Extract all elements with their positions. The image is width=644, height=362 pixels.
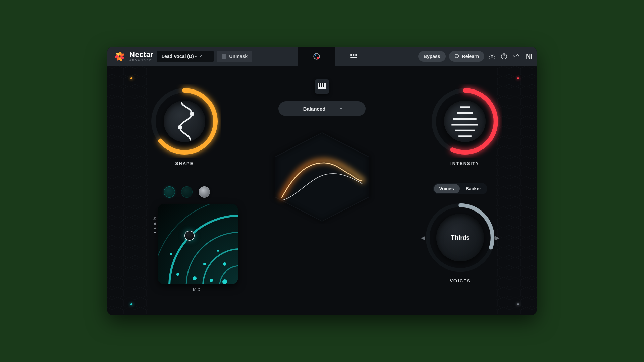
indicator-shape[interactable]: [129, 76, 134, 81]
voices-backer-toggle: Voices Backer: [433, 183, 488, 194]
preset-selector[interactable]: Lead Vocal (D) -: [157, 51, 214, 62]
indicator-voices[interactable]: [515, 302, 521, 307]
tab-modules[interactable]: [335, 47, 372, 66]
gear-icon: [488, 53, 496, 60]
svg-point-34: [176, 273, 179, 276]
voices-value: Thirds: [451, 234, 469, 241]
toggle-backer[interactable]: Backer: [460, 184, 487, 193]
pencil-icon: [199, 54, 203, 59]
logo-swirl-icon: [113, 50, 126, 63]
spectrum-hexagon[interactable]: [268, 130, 376, 224]
svg-point-7: [491, 55, 493, 57]
relearn-button[interactable]: Relearn: [449, 51, 484, 62]
svg-point-40: [170, 253, 172, 255]
refresh-icon: [454, 54, 459, 59]
piano-icon: [318, 83, 326, 89]
svg-rect-5: [356, 54, 357, 56]
xy-x-axis-label: Mix: [193, 287, 200, 292]
shape-module: SHAPE: [141, 84, 228, 166]
keyboard-button[interactable]: [315, 79, 329, 94]
voices-label: VOICES: [410, 278, 511, 283]
xy-pad-handle[interactable]: [185, 231, 194, 240]
product-edition: ADVANCED: [129, 59, 153, 62]
header-bar: Nectar ADVANCED Lead Vocal (D) - Unmask: [107, 47, 537, 66]
svg-rect-6: [351, 57, 357, 58]
indicator-space[interactable]: [129, 302, 134, 307]
plugin-window: Nectar ADVANCED Lead Vocal (D) - Unmask: [107, 47, 537, 315]
voices-prev[interactable]: ◀: [418, 231, 428, 244]
svg-rect-26: [321, 83, 322, 87]
space-preset-3[interactable]: [199, 186, 210, 198]
view-tabs: [256, 47, 415, 66]
toggle-voices[interactable]: Voices: [434, 184, 460, 193]
svg-point-41: [223, 262, 226, 266]
relearn-label: Relearn: [462, 54, 479, 59]
style-dropdown[interactable]: Balanced: [278, 101, 366, 116]
space-xy-pad[interactable]: [158, 204, 238, 284]
svg-point-9: [504, 58, 504, 58]
shape-knob[interactable]: [148, 84, 221, 158]
main-panel: SHAPE INTENSITY: [107, 66, 537, 315]
preset-name: Lead Vocal (D) -: [161, 54, 197, 59]
space-preset-2[interactable]: [181, 186, 193, 198]
svg-rect-25: [319, 83, 320, 87]
svg-point-35: [193, 276, 197, 280]
unmask-button[interactable]: Unmask: [217, 51, 252, 62]
svg-point-1: [317, 57, 319, 59]
tab-assistant[interactable]: [298, 47, 335, 66]
intensity-label: INTENSITY: [421, 161, 508, 166]
indicator-intensity[interactable]: [515, 76, 521, 81]
svg-rect-4: [353, 54, 354, 56]
help-icon: [500, 53, 508, 60]
svg-rect-27: [323, 83, 324, 87]
svg-point-37: [222, 279, 227, 284]
chevron-down-icon: [339, 106, 343, 112]
space-preset-picker: [164, 186, 210, 198]
shape-label: SHAPE: [141, 161, 228, 166]
curve-icon: [164, 101, 205, 142]
shape-knob-face[interactable]: [164, 101, 205, 142]
intensity-knob-face[interactable]: [444, 101, 486, 142]
xy-y-axis-label: Intensity: [152, 216, 157, 234]
help-button[interactable]: [500, 52, 508, 61]
style-value: Balanced: [303, 106, 326, 112]
svg-point-36: [210, 279, 213, 282]
wave-icon: [512, 53, 520, 60]
svg-point-39: [217, 250, 219, 252]
svg-point-14: [178, 125, 182, 129]
ni-logo: NI: [526, 53, 532, 60]
voices-module: Voices Backer Thirds ◀ ▶ VOICES: [410, 183, 511, 283]
voices-next[interactable]: ▶: [492, 231, 503, 244]
center-column: Balanced: [262, 79, 382, 224]
bars-icon: [444, 101, 486, 142]
space-preset-1[interactable]: [164, 186, 175, 198]
bypass-button[interactable]: Bypass: [418, 51, 446, 62]
settings-button[interactable]: [488, 52, 496, 61]
unmask-label: Unmask: [229, 54, 247, 59]
product-name: Nectar: [129, 51, 153, 58]
unmask-icon: [222, 54, 226, 59]
svg-point-38: [203, 263, 206, 265]
bypass-label: Bypass: [424, 54, 440, 59]
izotope-button[interactable]: [512, 52, 521, 61]
svg-rect-3: [351, 54, 352, 56]
xy-pad-visual: [158, 204, 238, 284]
intensity-module: INTENSITY: [421, 84, 508, 166]
svg-point-2: [315, 55, 316, 56]
svg-point-15: [190, 112, 194, 116]
product-logo: Nectar ADVANCED: [113, 50, 153, 63]
voices-knob-face[interactable]: Thirds: [436, 214, 484, 261]
voices-knob[interactable]: Thirds ◀ ▶: [422, 199, 499, 276]
intensity-knob[interactable]: [428, 84, 502, 158]
